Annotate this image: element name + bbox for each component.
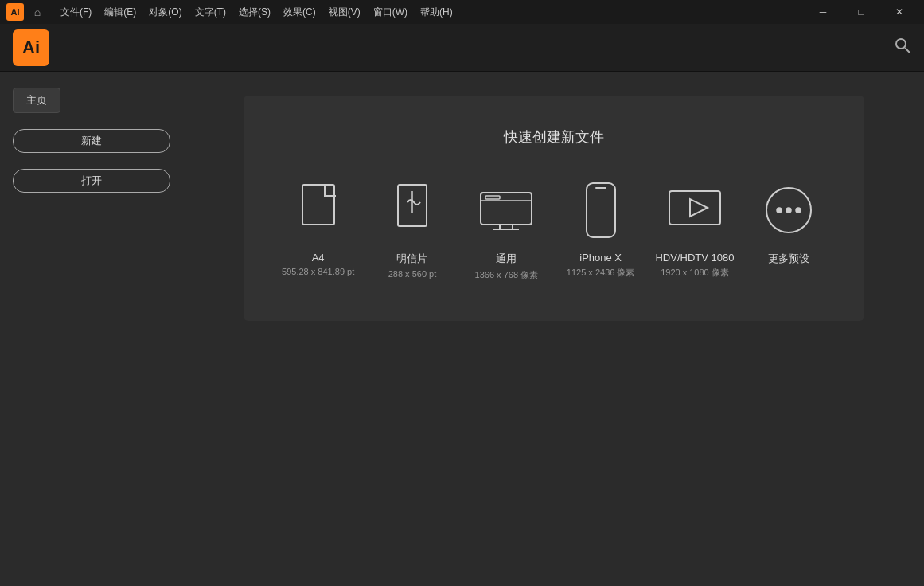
preset-general[interactable]: 通用 1366 x 768 像素	[463, 178, 549, 281]
svg-line-1	[905, 48, 910, 53]
sidebar-buttons: 新建 打开	[13, 129, 170, 193]
maximize-button[interactable]: □	[843, 0, 879, 24]
svg-rect-5	[481, 193, 532, 225]
ai-logo: Ai	[13, 29, 49, 66]
close-button[interactable]: ✕	[881, 0, 918, 24]
preset-postcard-name: 明信片	[396, 252, 427, 266]
svg-marker-14	[690, 199, 708, 217]
menu-edit[interactable]: 编辑(E)	[98, 2, 142, 22]
preset-hdtv[interactable]: HDV/HDTV 1080 1920 x 1080 像素	[652, 178, 738, 279]
general-icon	[474, 178, 538, 242]
preset-iphone-size: 1125 x 2436 像素	[567, 267, 635, 279]
new-button[interactable]: 新建	[13, 129, 170, 153]
menu-bar: 文件(F) 编辑(E) 对象(O) 文字(T) 选择(S) 效果(C) 视图(V…	[54, 2, 459, 22]
svg-rect-13	[669, 191, 720, 225]
menu-select[interactable]: 选择(S)	[232, 2, 277, 22]
svg-rect-2	[302, 185, 334, 225]
preset-more-name: 更多预设	[768, 252, 809, 266]
preset-hdtv-size: 1920 x 1080 像素	[661, 267, 729, 279]
search-icon[interactable]	[894, 37, 911, 58]
preset-a4[interactable]: A4 595.28 x 841.89 pt	[275, 178, 361, 276]
content-area: 快速创建新文件 A4 595.28 x 841.89 pt	[183, 72, 924, 586]
open-button[interactable]: 打开	[13, 169, 170, 193]
svg-point-16	[777, 208, 782, 213]
menu-view[interactable]: 视图(V)	[322, 2, 367, 22]
preset-postcard-size: 288 x 560 pt	[388, 269, 437, 279]
menu-help[interactable]: 帮助(H)	[414, 2, 459, 22]
panel-title: 快速创建新文件	[275, 127, 832, 146]
svg-point-18	[796, 208, 801, 213]
ai-logo-small: Ai	[6, 3, 24, 21]
more-icon	[757, 178, 821, 242]
home-icon[interactable]: ⌂	[29, 3, 46, 21]
menu-text[interactable]: 文字(T)	[189, 2, 232, 22]
main-area: 主页 新建 打开 快速创建新文件 A4 595.28 x 841.	[0, 72, 924, 586]
a4-icon	[287, 178, 350, 242]
preset-hdtv-name: HDV/HDTV 1080	[655, 252, 734, 264]
preset-iphone[interactable]: iPhone X 1125 x 2436 像素	[557, 178, 643, 279]
hdtv-icon	[663, 178, 727, 242]
preset-general-size: 1366 x 768 像素	[475, 269, 539, 281]
preset-iphone-name: iPhone X	[579, 252, 622, 264]
menu-effect[interactable]: 效果(C)	[277, 2, 322, 22]
app-header: Ai	[0, 24, 924, 72]
svg-point-0	[896, 39, 906, 49]
preset-a4-name: A4	[312, 252, 325, 264]
preset-general-name: 通用	[496, 252, 517, 266]
titlebar: Ai ⌂ 文件(F) 编辑(E) 对象(O) 文字(T) 选择(S) 效果(C)…	[0, 0, 924, 24]
menu-window[interactable]: 窗口(W)	[367, 2, 414, 22]
menu-object[interactable]: 对象(O)	[142, 2, 188, 22]
quick-create-panel: 快速创建新文件 A4 595.28 x 841.89 pt	[244, 96, 864, 321]
minimize-button[interactable]: ─	[805, 0, 841, 24]
sidebar: 主页 新建 打开	[0, 72, 183, 586]
iphone-icon	[569, 178, 633, 242]
preset-a4-size: 595.28 x 841.89 pt	[282, 267, 354, 276]
preset-more[interactable]: 更多预设	[746, 178, 832, 269]
window-controls: ─ □ ✕	[805, 0, 918, 24]
postcard-icon	[380, 178, 444, 242]
svg-point-17	[786, 208, 791, 213]
preset-postcard[interactable]: 明信片 288 x 560 pt	[369, 178, 455, 279]
menu-file[interactable]: 文件(F)	[54, 2, 98, 22]
svg-rect-11	[587, 183, 615, 237]
home-tab[interactable]: 主页	[13, 88, 60, 113]
presets-row: A4 595.28 x 841.89 pt 明信片 288 x 560 pt	[275, 178, 832, 281]
svg-rect-7	[485, 196, 500, 199]
